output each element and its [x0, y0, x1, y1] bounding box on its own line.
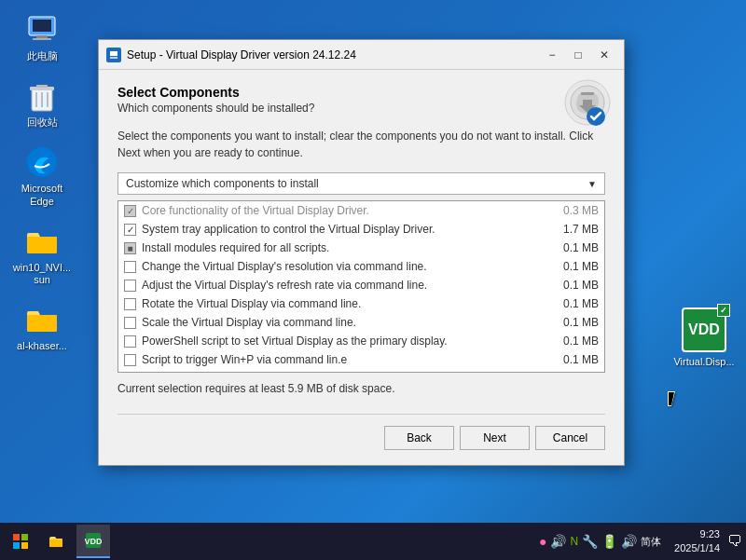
- dialog-description: Select the components you want to instal…: [117, 128, 605, 161]
- component-size-1: 1.7 MB: [563, 223, 599, 236]
- desktop-icon-folder1[interactable]: win10_NVI... sun: [9, 221, 75, 290]
- tray-icon-battery[interactable]: 🔋: [601, 534, 617, 549]
- component-label-4: Adjust the Virtual Display's refresh rat…: [142, 279, 556, 292]
- close-button[interactable]: ✕: [592, 45, 616, 65]
- cancel-button[interactable]: Cancel: [535, 426, 605, 450]
- edge-label: Microsoft Edge: [13, 183, 71, 207]
- svg-text:VDD: VDD: [85, 537, 102, 546]
- dialog-body: Select Components Which components shoul…: [99, 70, 624, 465]
- checkbox-5[interactable]: [124, 298, 136, 310]
- svg-rect-19: [21, 534, 28, 540]
- install-icon: [560, 75, 615, 132]
- tray-icon-speaker[interactable]: 🔊: [621, 534, 637, 549]
- component-item-4[interactable]: Adjust the Virtual Display's refresh rat…: [118, 276, 604, 294]
- folder2-icon: [25, 303, 59, 336]
- checkbox-0[interactable]: ✓: [124, 205, 136, 217]
- component-item-7[interactable]: PowerShell script to set Virtual Display…: [118, 332, 604, 350]
- dialog-buttons: Back Next Cancel: [117, 414, 605, 450]
- component-dropdown[interactable]: Customize which components to install ▼: [117, 172, 605, 195]
- tray-icon-orange[interactable]: 🔊: [550, 534, 566, 549]
- component-size-2: 0.1 MB: [563, 241, 599, 254]
- desktop-icons-left: 此电脑 回收站 Microsoft Edge: [9, 9, 75, 356]
- checkbox-4[interactable]: [124, 280, 136, 292]
- checkbox-2[interactable]: ■: [124, 242, 136, 254]
- desktop-icon-vdd[interactable]: VDD ✓ Virtual.Disp...: [671, 307, 737, 367]
- component-label-8: Script to trigger Win+P via command lin.…: [142, 353, 556, 366]
- checkbox-9[interactable]: [124, 373, 136, 374]
- component-item-2[interactable]: ■ Install modules required for all scrip…: [118, 239, 604, 257]
- svg-rect-18: [13, 534, 20, 540]
- svg-rect-20: [13, 542, 20, 549]
- component-item-6[interactable]: Scale the Virtual Display via command li…: [118, 313, 604, 332]
- component-item-9[interactable]: Script to toggle Virtual Display's power…: [118, 369, 604, 373]
- svg-rect-13: [110, 57, 117, 59]
- dialog-title-icon: [106, 48, 121, 62]
- section-subtitle: Which components should be installed?: [117, 102, 605, 115]
- taskbar-tray: ● 🔊 N 🔧 🔋 🔊 简体: [539, 534, 667, 549]
- taskbar-vdd-button[interactable]: VDD: [76, 525, 110, 558]
- folder1-label: win10_NVI... sun: [13, 262, 71, 286]
- notification-icon[interactable]: 🗨: [727, 533, 742, 550]
- checkbox-8[interactable]: [124, 354, 136, 366]
- svg-rect-12: [110, 51, 117, 56]
- component-item-0[interactable]: ✓ Core functionality of the Virtual Disp…: [118, 201, 604, 220]
- disk-space-text: Current selection requires at least 5.9 …: [117, 382, 605, 395]
- component-size-5: 0.1 MB: [563, 297, 599, 310]
- taskbar-explorer-button[interactable]: [39, 525, 73, 558]
- checkbox-1[interactable]: ✓: [124, 224, 136, 236]
- component-item-5[interactable]: Rotate the Virtual Display via command l…: [118, 294, 604, 313]
- vdd-label: Virtual.Disp...: [673, 356, 734, 367]
- tray-icon-network[interactable]: 🔧: [582, 534, 598, 549]
- checkbox-6[interactable]: [124, 317, 136, 329]
- desktop-icon-this-pc[interactable]: 此电脑: [9, 9, 75, 66]
- folder1-icon: [25, 225, 59, 258]
- this-pc-icon: [25, 13, 59, 47]
- back-button[interactable]: Back: [384, 426, 454, 450]
- tray-icon-pink[interactable]: ●: [539, 534, 546, 549]
- component-size-8: 0.1 MB: [563, 353, 599, 366]
- minimize-button[interactable]: −: [540, 45, 564, 65]
- dialog-title-text: Setup - Virtual Display Driver version 2…: [127, 48, 540, 61]
- component-item-1[interactable]: ✓ System tray application to control the…: [118, 220, 604, 239]
- tray-icon-nvidia[interactable]: N: [570, 535, 578, 548]
- vdd-check-mark: ✓: [717, 304, 730, 317]
- component-item-8[interactable]: Script to trigger Win+P via command lin.…: [118, 350, 604, 369]
- component-size-4: 0.1 MB: [563, 279, 599, 292]
- component-label-3: Change the Virtual Display's resolution …: [142, 260, 556, 273]
- component-label-9: Script to toggle Virtual Display's power…: [142, 372, 556, 373]
- svg-rect-6: [36, 85, 48, 88]
- dropdown-arrow-icon: ▼: [587, 179, 597, 189]
- section-title: Select Components: [117, 85, 605, 100]
- component-size-6: 0.1 MB: [563, 316, 599, 329]
- dropdown-label: Customize which components to install: [126, 177, 587, 190]
- component-label-5: Rotate the Virtual Display via command l…: [142, 297, 556, 310]
- this-pc-label: 此电脑: [27, 50, 58, 62]
- component-label-2: Install modules required for all scripts…: [142, 241, 556, 254]
- svg-rect-16: [581, 92, 594, 95]
- component-label-1: System tray application to control the V…: [142, 223, 556, 236]
- component-label-6: Scale the Virtual Display via command li…: [142, 316, 556, 329]
- edge-icon: [25, 145, 59, 179]
- component-size-0: 0.3 MB: [563, 204, 599, 217]
- taskbar-time: 9:23: [674, 527, 720, 541]
- component-item-3[interactable]: Change the Virtual Display's resolution …: [118, 257, 604, 276]
- component-size-7: 0.1 MB: [563, 335, 599, 348]
- maximize-button[interactable]: □: [566, 45, 590, 65]
- next-button[interactable]: Next: [460, 426, 530, 450]
- start-button[interactable]: [4, 525, 37, 558]
- checkbox-7[interactable]: [124, 335, 136, 348]
- svg-rect-21: [21, 542, 28, 549]
- folder2-label: al-khaser...: [17, 340, 67, 352]
- recycle-bin-icon: [25, 79, 59, 113]
- component-label-0: Core functionality of the Virtual Displa…: [142, 204, 556, 217]
- dialog-window-controls: − □ ✕: [540, 45, 616, 65]
- desktop-icon-recycle-bin[interactable]: 回收站: [9, 75, 75, 132]
- desktop-icon-folder2[interactable]: al-khaser...: [9, 299, 75, 356]
- components-list[interactable]: ✓ Core functionality of the Virtual Disp…: [117, 200, 605, 373]
- svg-rect-3: [33, 38, 51, 40]
- desktop-icon-edge[interactable]: Microsoft Edge: [9, 142, 75, 211]
- taskbar-clock[interactable]: 9:23 2025/1/14: [667, 527, 727, 556]
- svg-rect-2: [36, 35, 48, 38]
- tray-icon-lang[interactable]: 简体: [641, 535, 661, 549]
- checkbox-3[interactable]: [124, 261, 136, 273]
